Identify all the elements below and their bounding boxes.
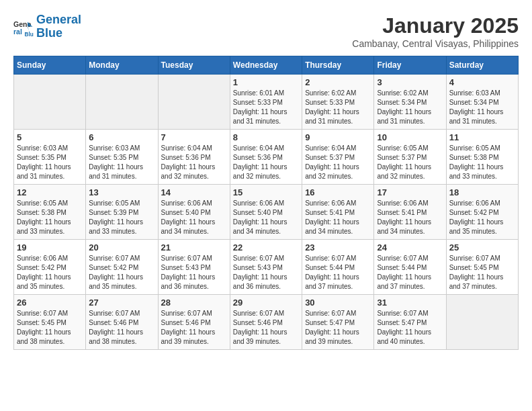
day-cell: 8Sunrise: 6:04 AMSunset: 5:36 PMDaylight…	[230, 130, 302, 185]
logo: Gene ral Blue General Blue	[13, 13, 81, 40]
day-number: 27	[89, 298, 154, 308]
day-number: 5	[17, 132, 83, 142]
day-info: Sunrise: 6:06 AMSunset: 5:40 PMDaylight:…	[161, 199, 227, 236]
day-cell: 27Sunrise: 6:07 AMSunset: 5:46 PMDayligh…	[86, 295, 158, 350]
day-cell: 29Sunrise: 6:07 AMSunset: 5:46 PMDayligh…	[230, 295, 302, 350]
day-cell: 17Sunrise: 6:06 AMSunset: 5:41 PMDayligh…	[374, 185, 446, 240]
week-row-2: 5Sunrise: 6:03 AMSunset: 5:35 PMDaylight…	[14, 130, 519, 185]
header-cell-tuesday: Tuesday	[158, 56, 230, 75]
day-cell: 2Sunrise: 6:02 AMSunset: 5:33 PMDaylight…	[302, 75, 374, 130]
day-cell: 18Sunrise: 6:06 AMSunset: 5:42 PMDayligh…	[446, 185, 518, 240]
day-info: Sunrise: 6:02 AMSunset: 5:34 PMDaylight:…	[377, 89, 443, 126]
day-cell: 26Sunrise: 6:07 AMSunset: 5:45 PMDayligh…	[14, 295, 86, 350]
day-cell: 4Sunrise: 6:03 AMSunset: 5:34 PMDaylight…	[446, 75, 518, 130]
day-number: 28	[161, 298, 227, 308]
day-cell: 10Sunrise: 6:05 AMSunset: 5:37 PMDayligh…	[374, 130, 446, 185]
day-info: Sunrise: 6:03 AMSunset: 5:35 PMDaylight:…	[17, 144, 83, 181]
day-number: 18	[449, 187, 515, 197]
day-cell: 7Sunrise: 6:04 AMSunset: 5:36 PMDaylight…	[158, 130, 230, 185]
svg-text:Blue: Blue	[25, 31, 34, 37]
day-number: 2	[305, 77, 371, 87]
day-info: Sunrise: 6:07 AMSunset: 5:43 PMDaylight:…	[161, 254, 227, 291]
day-info: Sunrise: 6:07 AMSunset: 5:46 PMDaylight:…	[233, 309, 299, 347]
day-number: 7	[161, 132, 227, 142]
day-cell: 21Sunrise: 6:07 AMSunset: 5:43 PMDayligh…	[158, 240, 230, 295]
day-cell: 20Sunrise: 6:07 AMSunset: 5:42 PMDayligh…	[86, 240, 158, 295]
day-cell: 30Sunrise: 6:07 AMSunset: 5:47 PMDayligh…	[302, 295, 374, 350]
day-info: Sunrise: 6:01 AMSunset: 5:33 PMDaylight:…	[233, 89, 299, 126]
week-row-4: 19Sunrise: 6:06 AMSunset: 5:42 PMDayligh…	[14, 240, 519, 295]
day-cell: 11Sunrise: 6:05 AMSunset: 5:38 PMDayligh…	[446, 130, 518, 185]
day-number: 14	[161, 187, 227, 197]
day-info: Sunrise: 6:07 AMSunset: 5:43 PMDaylight:…	[233, 254, 299, 291]
day-info: Sunrise: 6:07 AMSunset: 5:44 PMDaylight:…	[377, 254, 443, 291]
day-number: 9	[305, 132, 371, 142]
day-number: 6	[89, 132, 154, 142]
day-info: Sunrise: 6:07 AMSunset: 5:46 PMDaylight:…	[161, 309, 227, 347]
day-cell: 1Sunrise: 6:01 AMSunset: 5:33 PMDaylight…	[230, 75, 302, 130]
svg-text:ral: ral	[13, 27, 22, 35]
day-number: 31	[377, 298, 443, 308]
logo-text-line1: General	[36, 13, 81, 27]
day-number: 4	[449, 77, 515, 87]
week-row-3: 12Sunrise: 6:05 AMSunset: 5:38 PMDayligh…	[14, 185, 519, 240]
day-number: 26	[17, 298, 83, 308]
day-number: 21	[161, 242, 227, 253]
day-cell: 6Sunrise: 6:03 AMSunset: 5:35 PMDaylight…	[86, 130, 158, 185]
day-info: Sunrise: 6:07 AMSunset: 5:47 PMDaylight:…	[305, 309, 371, 347]
day-number: 29	[233, 298, 299, 308]
day-cell: 19Sunrise: 6:06 AMSunset: 5:42 PMDayligh…	[14, 240, 86, 295]
day-number: 13	[89, 187, 154, 197]
day-number: 11	[449, 132, 515, 142]
header-cell-sunday: Sunday	[14, 56, 86, 75]
day-info: Sunrise: 6:07 AMSunset: 5:42 PMDaylight:…	[89, 254, 154, 291]
day-cell: 12Sunrise: 6:05 AMSunset: 5:38 PMDayligh…	[14, 185, 86, 240]
calendar-title: January 2025	[352, 13, 519, 38]
day-info: Sunrise: 6:07 AMSunset: 5:45 PMDaylight:…	[449, 254, 515, 291]
header-cell-wednesday: Wednesday	[230, 56, 302, 75]
day-info: Sunrise: 6:06 AMSunset: 5:42 PMDaylight:…	[17, 254, 83, 291]
day-info: Sunrise: 6:03 AMSunset: 5:35 PMDaylight:…	[89, 144, 154, 181]
day-cell: 3Sunrise: 6:02 AMSunset: 5:34 PMDaylight…	[374, 75, 446, 130]
day-number: 30	[305, 298, 371, 308]
day-number: 16	[305, 187, 371, 197]
day-number: 3	[377, 77, 443, 87]
day-info: Sunrise: 6:04 AMSunset: 5:37 PMDaylight:…	[305, 144, 371, 181]
day-info: Sunrise: 6:05 AMSunset: 5:38 PMDaylight:…	[17, 199, 83, 236]
calendar-table: SundayMondayTuesdayWednesdayThursdayFrid…	[13, 56, 519, 350]
day-number: 19	[17, 242, 83, 253]
day-cell: 16Sunrise: 6:06 AMSunset: 5:41 PMDayligh…	[302, 185, 374, 240]
day-cell: 15Sunrise: 6:06 AMSunset: 5:40 PMDayligh…	[230, 185, 302, 240]
day-info: Sunrise: 6:05 AMSunset: 5:39 PMDaylight:…	[89, 199, 154, 236]
day-number: 24	[377, 242, 443, 253]
day-number: 17	[377, 187, 443, 197]
day-number: 15	[233, 187, 299, 197]
calendar-subtitle: Cambanay, Central Visayas, Philippines	[352, 38, 519, 49]
day-cell: 13Sunrise: 6:05 AMSunset: 5:39 PMDayligh…	[86, 185, 158, 240]
day-cell	[86, 75, 158, 130]
day-number: 1	[233, 77, 299, 87]
header-cell-friday: Friday	[374, 56, 446, 75]
day-number: 23	[305, 242, 371, 253]
day-info: Sunrise: 6:07 AMSunset: 5:45 PMDaylight:…	[17, 309, 83, 347]
day-cell: 23Sunrise: 6:07 AMSunset: 5:44 PMDayligh…	[302, 240, 374, 295]
day-info: Sunrise: 6:03 AMSunset: 5:34 PMDaylight:…	[449, 89, 515, 126]
day-number: 20	[89, 242, 154, 253]
day-cell: 25Sunrise: 6:07 AMSunset: 5:45 PMDayligh…	[446, 240, 518, 295]
day-info: Sunrise: 6:04 AMSunset: 5:36 PMDaylight:…	[161, 144, 227, 181]
day-cell	[14, 75, 86, 130]
day-cell: 24Sunrise: 6:07 AMSunset: 5:44 PMDayligh…	[374, 240, 446, 295]
day-cell: 31Sunrise: 6:07 AMSunset: 5:47 PMDayligh…	[374, 295, 446, 350]
day-info: Sunrise: 6:06 AMSunset: 5:41 PMDaylight:…	[377, 199, 443, 236]
day-info: Sunrise: 6:04 AMSunset: 5:36 PMDaylight:…	[233, 144, 299, 181]
logo-text-line2: Blue	[36, 27, 81, 40]
day-cell: 22Sunrise: 6:07 AMSunset: 5:43 PMDayligh…	[230, 240, 302, 295]
day-info: Sunrise: 6:02 AMSunset: 5:33 PMDaylight:…	[305, 89, 371, 126]
day-cell: 5Sunrise: 6:03 AMSunset: 5:35 PMDaylight…	[14, 130, 86, 185]
day-number: 10	[377, 132, 443, 142]
week-row-5: 26Sunrise: 6:07 AMSunset: 5:45 PMDayligh…	[14, 295, 519, 350]
day-number: 25	[449, 242, 515, 253]
day-cell: 9Sunrise: 6:04 AMSunset: 5:37 PMDaylight…	[302, 130, 374, 185]
day-info: Sunrise: 6:06 AMSunset: 5:41 PMDaylight:…	[305, 199, 371, 236]
day-number: 22	[233, 242, 299, 253]
